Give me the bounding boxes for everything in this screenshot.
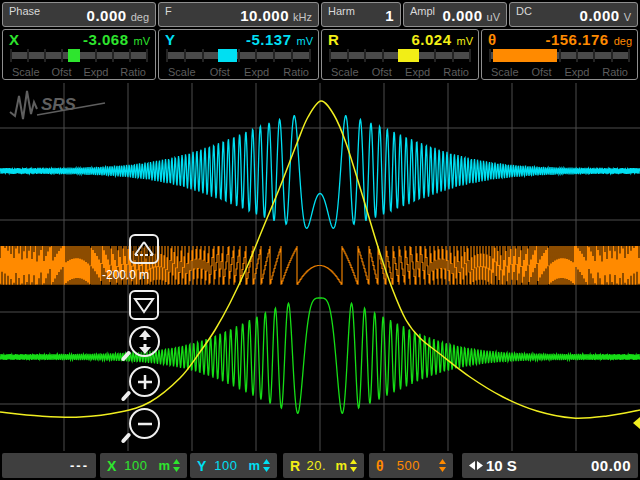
theta-scale-name: θ	[376, 458, 384, 474]
theta-scale-value: 500	[397, 458, 420, 473]
srs-logo: SRS	[8, 88, 108, 128]
x-scale-unit: m	[158, 458, 170, 473]
up-down-arrows-icon	[350, 459, 357, 472]
trace-scale-label: -200.0 m	[102, 268, 149, 282]
r-scale-name: R	[290, 458, 300, 474]
minus-icon	[137, 416, 153, 432]
arrows-up-down-icon	[136, 330, 154, 354]
zoom-in-button[interactable]	[129, 366, 160, 397]
triangle-down-icon	[132, 295, 156, 315]
up-down-arrows-icon	[439, 459, 446, 472]
r-scale-value: 20.	[306, 458, 326, 473]
theta-scale-box[interactable]: θ 500	[369, 453, 453, 478]
triangle-up-icon	[132, 239, 156, 259]
trace-down-button[interactable]	[129, 290, 159, 320]
lockin-screen: Phase 0.000deg F 10.000kHz Harm 1 Ampl 0…	[0, 0, 640, 480]
zoom-out-button[interactable]	[129, 408, 160, 439]
timebase-value: 10 S	[486, 457, 517, 474]
y-scale-name: Y	[197, 458, 206, 474]
x-scale-value: 100	[124, 458, 147, 473]
marker-readout-box[interactable]: ---	[2, 453, 96, 478]
y-scale-value: 100	[214, 458, 237, 473]
r-scale-box[interactable]: R 20. m	[283, 453, 364, 478]
time-readout: 00.00	[591, 457, 631, 474]
left-right-arrows-icon	[469, 461, 483, 470]
x-scale-name: X	[107, 458, 116, 474]
waveform-plot[interactable]	[0, 0, 640, 480]
r-scale-unit: m	[335, 458, 347, 473]
x-scale-box[interactable]: X 100 m	[100, 453, 187, 478]
y-scale-unit: m	[248, 458, 260, 473]
y-scale-box[interactable]: Y 100 m	[190, 453, 277, 478]
up-down-arrows-icon	[263, 459, 270, 472]
marker-readout: ---	[70, 458, 89, 473]
srs-logo-text: SRS	[41, 95, 77, 114]
plus-icon	[137, 374, 153, 390]
up-down-arrows-icon	[173, 459, 180, 472]
timebase-box[interactable]: 10 S 00.00	[462, 453, 638, 478]
trace-edge-marker	[633, 417, 640, 429]
pan-vertical-button[interactable]	[129, 326, 160, 357]
trace-up-button[interactable]	[129, 234, 159, 264]
